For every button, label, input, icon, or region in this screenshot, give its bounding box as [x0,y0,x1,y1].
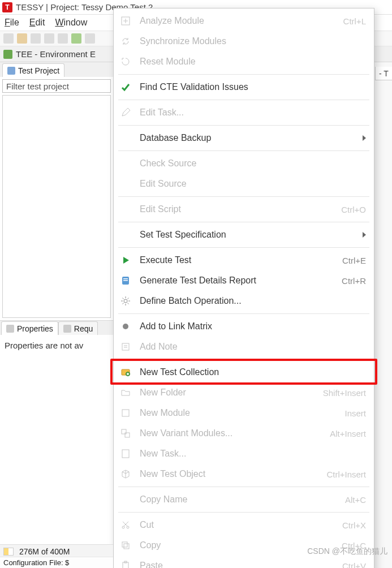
svg-rect-16 [124,544,129,549]
svg-point-14 [127,526,129,528]
menu-window[interactable]: Window [55,18,87,28]
svg-point-4 [124,299,127,303]
menu-item-label: Copy [140,540,336,550]
blank-icon [119,178,132,190]
context-menu: Analyze ModuleCtrl+LSynchronize ModulesR… [113,8,374,568]
toolbar-icon[interactable] [44,33,54,44]
menu-item-paste: PasteCtrl+V [114,556,374,568]
matrix-icon [119,320,132,333]
menu-item-shortcut: Insert [344,408,366,418]
menu-item-shortcut: Shift+Insert [323,388,366,398]
svg-point-5 [123,324,128,329]
mid-tab-strip: Properties Requ [0,320,113,335]
menu-item-set-test-specification[interactable]: Set Test Specification [114,225,374,245]
toolbar-icon[interactable] [31,33,41,44]
analyze-icon [119,15,132,27]
chevron-right-icon [363,135,366,141]
tab-test-project[interactable]: Test Project [2,63,64,77]
tab-label: Requ [74,324,93,333]
menu-item-shortcut: Alt+C [345,495,366,505]
memory-text: 276M of 400M [19,547,70,556]
menu-item-label: Find CTE Validation Issues [140,82,366,92]
memory-swatch-icon [3,548,14,556]
menu-item-shortcut: Ctrl+O [341,205,366,214]
menu-item-label: Check Source [140,158,366,169]
sync-icon [119,35,132,48]
menu-edit[interactable]: Edit [29,18,45,28]
menu-item-label: Edit Source [140,179,366,189]
menu-item-label: Copy Name [140,494,339,505]
blank-icon [119,157,132,170]
menu-separator [118,313,369,314]
svg-rect-9 [122,410,129,416]
menu-item-label: New Task... [140,449,366,459]
menu-separator [118,196,369,197]
filter-input[interactable]: Filter test project [2,79,111,93]
menu-separator [118,487,369,487]
test-project-icon [7,67,15,75]
requirements-icon [63,325,71,333]
menu-item-add-note: Add Note [114,337,374,357]
menu-item-label: Database Backup [140,133,363,143]
menu-separator [118,512,369,513]
menu-item-new-module: New ModuleInsert [114,403,374,423]
chevron-right-icon [363,232,366,238]
menu-item-edit-source: Edit Source [114,174,374,194]
menu-file[interactable]: FFileile [5,18,19,28]
note-icon [119,341,132,353]
cube-icon [119,468,132,480]
menu-item-define-batch-operation[interactable]: Define Batch Operation... [114,291,374,311]
tab-properties[interactable]: Properties [1,321,58,335]
menu-item-database-backup[interactable]: Database Backup [114,128,374,148]
properties-message: Properties are not av [5,341,83,350]
svg-rect-6 [122,343,129,350]
toolbar-icon[interactable] [58,33,68,44]
menu-item-shortcut: Ctrl+R [342,276,366,286]
menu-item-label: Paste [140,561,337,568]
task-icon [119,447,132,460]
svg-rect-2 [123,278,128,279]
menu-separator [118,100,369,100]
blank-icon [119,132,132,144]
top-tab-strip: Test Project [0,62,113,77]
gear-icon [119,295,132,307]
menu-item-execute-test[interactable]: Execute TestCtrl+E [114,250,374,270]
svg-rect-15 [122,542,127,547]
svg-rect-3 [123,280,128,281]
menu-item-find-cte-validation-issues[interactable]: Find CTE Validation Issues [114,77,374,97]
view-header-label: TEE - Environment E [16,49,96,59]
right-tab-fragment[interactable]: - T [375,67,392,80]
menu-item-label: New Module [140,408,339,418]
menu-item-label: Set Test Specification [140,230,363,240]
menu-item-label: Define Batch Operation... [140,296,366,306]
cut-icon [119,519,132,531]
menu-item-label: Edit Task... [140,107,366,118]
toolbar-icon[interactable] [71,33,81,44]
menu-item-add-to-link-matrix[interactable]: Add to Link Matrix [114,316,374,337]
menu-item-generate-test-details-report[interactable]: Generate Test Details ReportCtrl+R [114,270,374,291]
menu-item-edit-script: Edit ScriptCtrl+O [114,199,374,220]
toolbar-icon[interactable] [85,33,95,44]
test-project-tree[interactable] [2,95,111,318]
menu-item-new-test-collection[interactable]: New Test Collection [114,362,374,382]
properties-panel: Properties are not av [0,335,113,568]
menu-item-label: Add Note [140,342,366,352]
menu-item-synchronize-modules: Synchronize Modules [114,31,374,51]
menu-item-new-task: New Task... [114,444,374,464]
toolbar-icon[interactable] [17,33,27,44]
menu-separator [118,247,369,248]
toolbar-icon[interactable] [3,33,14,44]
menu-item-shortcut: Ctrl+Insert [326,470,366,479]
menu-item-copy-name: Copy NameAlt+C [114,489,374,510]
menu-item-new-variant-modules: New Variant Modules...Alt+Insert [114,423,374,444]
menu-item-label: New Test Collection [140,367,366,377]
svg-rect-12 [122,450,129,458]
play-icon [119,254,132,266]
menu-separator [118,222,369,222]
menu-item-shortcut: Ctrl+V [342,561,366,569]
collection-icon [119,366,132,378]
tab-requirements[interactable]: Requ [58,321,98,335]
menu-item-new-test-object: New Test ObjectCtrl+Insert [114,464,374,484]
svg-rect-11 [125,433,130,437]
menu-item-label: New Test Object [140,469,321,479]
